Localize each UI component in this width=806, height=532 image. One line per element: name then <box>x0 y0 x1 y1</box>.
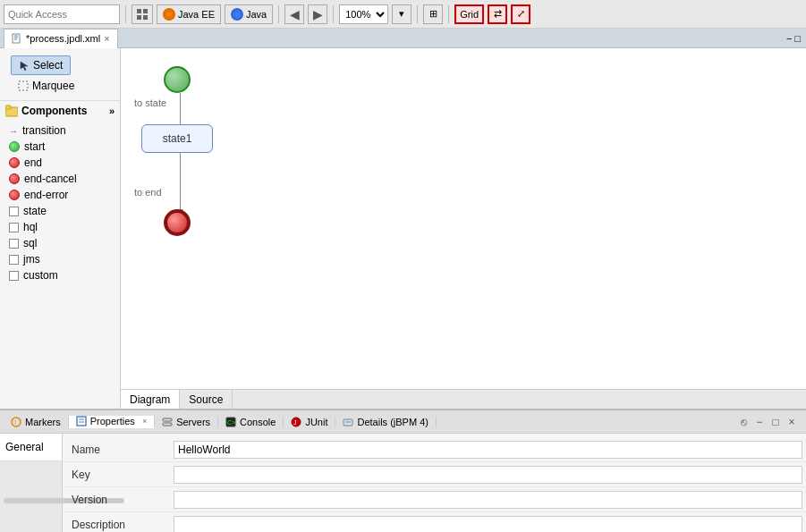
arrow-line-1 <box>180 93 181 124</box>
arrow-state-to-end <box>176 153 183 215</box>
perspective-icon <box>136 8 148 21</box>
bottom-tab-details[interactable]: Details (jBPM 4) <box>335 417 436 427</box>
svg-rect-11 <box>5 106 11 109</box>
label-to-end: to end <box>134 187 162 198</box>
java-ee-icon <box>163 8 175 21</box>
canvas-tab-source[interactable]: Source <box>180 390 233 409</box>
editor-tab-close[interactable]: × <box>104 33 109 44</box>
bottom-tab-properties[interactable]: Properties × <box>69 416 155 428</box>
prop-input-name[interactable] <box>174 441 802 459</box>
share-icon: ⤢ <box>517 8 525 20</box>
servers-label: Servers <box>176 417 210 427</box>
editor-tab-label: *process.jpdl.xml <box>26 33 100 44</box>
list-item-sql[interactable]: sql <box>0 235 120 251</box>
editor-maximize-btn[interactable]: □ <box>794 33 801 44</box>
sql-label: sql <box>23 237 37 249</box>
nav-back-button[interactable]: ◀ <box>284 4 304 24</box>
main-area: Select Marquee Components » → transition… <box>0 48 806 409</box>
transition-label: transition <box>22 124 66 137</box>
end-label: end <box>24 156 42 169</box>
end-error-red-icon <box>9 190 20 200</box>
junit-icon: J <box>291 417 301 427</box>
end-cancel-red-icon <box>9 173 20 184</box>
list-item-transition[interactable]: → transition <box>0 122 120 139</box>
start-green-icon <box>9 141 20 152</box>
svg-rect-1 <box>143 9 148 13</box>
panel-maximize-btn[interactable]: □ <box>768 415 783 429</box>
sync-icon: ⇄ <box>494 8 502 20</box>
bottom-tab-junit[interactable]: J JUnit <box>284 417 335 427</box>
java-button[interactable]: Java <box>225 4 273 24</box>
jms-square-icon <box>9 255 19 265</box>
bottom-tab-markers[interactable]: ! Markers <box>4 417 69 427</box>
editor-tab-row: *process.jpdl.xml × − □ <box>0 29 806 48</box>
state-label: state1 <box>163 132 192 145</box>
list-item-end-error[interactable]: end-error <box>0 187 120 203</box>
java-label: Java <box>246 9 267 20</box>
list-item-start[interactable]: start <box>0 139 120 155</box>
prop-label-version: Version <box>63 494 170 506</box>
marquee-tool-button[interactable]: Marquee <box>11 77 81 95</box>
start-node[interactable] <box>164 66 191 93</box>
svg-rect-3 <box>143 15 148 20</box>
prop-row-description: Description <box>63 512 806 532</box>
panel-open-btn[interactable]: ⎋ <box>736 415 751 429</box>
properties-tab-close[interactable]: × <box>142 417 147 426</box>
prop-row-version: Version <box>63 487 806 512</box>
svg-rect-0 <box>137 9 141 13</box>
quick-access-input[interactable] <box>4 4 120 24</box>
prop-input-key[interactable] <box>174 466 802 484</box>
prop-input-description[interactable] <box>174 516 802 533</box>
panel-close-btn[interactable]: × <box>785 415 799 429</box>
select-tool-button[interactable]: Select <box>11 55 71 75</box>
toolbar-separator-4 <box>417 5 418 23</box>
canvas-tab-diagram[interactable]: Diagram <box>121 390 180 409</box>
details-icon <box>343 417 353 427</box>
layout-button[interactable]: ⊞ <box>423 4 443 24</box>
editor-minimize-btn[interactable]: − <box>786 33 792 44</box>
svg-text:C>: C> <box>227 419 235 426</box>
list-item-end[interactable]: end <box>0 155 120 171</box>
state-box[interactable]: state1 <box>141 124 213 153</box>
nav-back-icon: ◀ <box>290 7 300 21</box>
list-item-hql[interactable]: hql <box>0 219 120 235</box>
bottom-tab-servers[interactable]: Servers <box>155 417 218 427</box>
prop-value-key <box>170 464 806 486</box>
diagram-tab-label: Diagram <box>130 393 170 406</box>
prop-value-description <box>170 514 806 533</box>
console-label: Console <box>240 417 276 427</box>
end-error-label: end-error <box>24 189 68 201</box>
canvas-tabs: Diagram Source <box>121 389 806 409</box>
java-ee-button[interactable]: Java EE <box>157 4 221 24</box>
prop-input-version[interactable] <box>174 491 802 509</box>
zoom-dropdown-button[interactable]: ▾ <box>392 4 411 24</box>
list-item-state[interactable]: state <box>0 203 120 219</box>
share-button[interactable]: ⤢ <box>511 4 530 24</box>
panel-minimize-btn[interactable]: − <box>752 415 767 429</box>
hql-square-icon <box>9 223 19 232</box>
markers-icon: ! <box>11 417 21 427</box>
list-item-custom[interactable]: custom <box>0 267 120 283</box>
canvas-area[interactable]: to state state1 to end Diagram <box>121 48 806 409</box>
state-square-icon <box>9 207 19 216</box>
grid-button[interactable]: Grid <box>454 4 484 24</box>
canvas-content: to state state1 to end <box>121 48 806 382</box>
prop-label-key: Key <box>63 469 170 481</box>
tools-section: Select Marquee <box>0 48 120 100</box>
editor-tab[interactable]: *process.jpdl.xml × <box>4 29 118 48</box>
prop-row-name: Name <box>63 437 806 462</box>
general-tab-side[interactable]: General <box>0 434 62 461</box>
list-item-end-cancel[interactable]: end-cancel <box>0 171 120 187</box>
sync-button[interactable]: ⇄ <box>488 4 507 24</box>
nav-forward-button[interactable]: ▶ <box>308 4 327 24</box>
list-item-jms[interactable]: jms <box>0 251 120 267</box>
zoom-select[interactable]: 100% 50% 75% 125% 150% <box>339 4 388 24</box>
toolbar-perspective-switch[interactable] <box>132 4 153 24</box>
components-collapse-btn[interactable]: » <box>109 106 115 116</box>
grid-label: Grid <box>460 9 479 20</box>
java-ee-label: Java EE <box>178 9 215 20</box>
end-node[interactable] <box>164 209 191 236</box>
layout-icon: ⊞ <box>429 8 437 20</box>
components-folder-icon <box>5 105 18 117</box>
bottom-tab-console[interactable]: C> Console <box>218 417 284 427</box>
